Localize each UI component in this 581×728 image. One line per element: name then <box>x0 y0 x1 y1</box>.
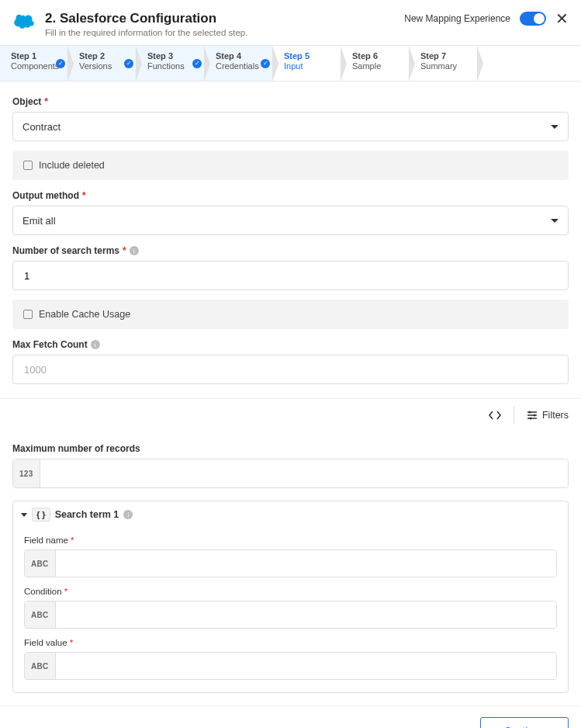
condition-input[interactable] <box>56 601 556 628</box>
max-records-input-wrapper: 123 <box>12 459 569 488</box>
step-name: Summary <box>420 61 472 71</box>
check-icon: ✓ <box>56 59 65 68</box>
toggle-label: New Mapping Experience <box>404 13 510 24</box>
close-icon[interactable]: ✕ <box>555 11 569 26</box>
info-icon[interactable]: i <box>130 246 139 255</box>
text-type-badge: ABC <box>25 550 56 577</box>
step-label: Step 5 <box>284 51 335 61</box>
info-icon[interactable]: i <box>91 340 100 349</box>
continue-button[interactable]: Continue <box>480 717 569 728</box>
step-label: Step 1 <box>11 51 62 61</box>
step-sample[interactable]: Step 6 Sample <box>341 46 410 81</box>
output-method-select[interactable]: Emit all <box>12 206 569 235</box>
max-fetch-input[interactable] <box>22 363 559 376</box>
step-credentials[interactable]: Step 4 Credentials ✓ <box>205 46 273 81</box>
step-name: Functions <box>147 61 199 71</box>
object-select-value: Contract <box>22 121 61 133</box>
filters-button[interactable]: Filters <box>527 410 569 421</box>
step-summary[interactable]: Step 7 Summary <box>410 46 478 81</box>
include-deleted-label: Include deleted <box>39 160 105 171</box>
max-fetch-input-wrapper <box>12 355 569 384</box>
check-icon: ✓ <box>192 59 202 68</box>
stepper: Step 1 Components ✓ Step 2 Versions ✓ St… <box>0 46 581 81</box>
include-deleted-row[interactable]: Include deleted <box>12 151 569 180</box>
search-term-header[interactable]: { } Search term 1 i <box>13 501 568 528</box>
svg-point-2 <box>529 418 531 420</box>
info-icon[interactable]: i <box>123 510 133 519</box>
braces-icon: { } <box>32 508 50 522</box>
svg-point-1 <box>533 414 535 417</box>
step-versions[interactable]: Step 2 Versions ✓ <box>68 46 137 81</box>
max-records-label: Maximum number of records <box>12 443 140 454</box>
text-type-badge: ABC <box>25 601 56 628</box>
output-method-label: Output method* <box>12 190 86 201</box>
output-method-value: Emit all <box>22 215 56 227</box>
max-fetch-label: Max Fetch Count i <box>12 339 100 350</box>
dialog-footer: Continue <box>0 705 581 728</box>
enable-cache-label: Enable Cache Usage <box>39 309 130 320</box>
condition-label: Condition * <box>24 587 557 596</box>
step-name: Input <box>284 61 335 71</box>
svg-point-0 <box>528 411 531 414</box>
field-name-input-wrapper: ABC <box>24 549 557 577</box>
chevron-down-icon <box>551 125 559 129</box>
mapping-experience-toggle[interactable] <box>520 12 546 26</box>
object-label: Object* <box>12 96 48 107</box>
object-select[interactable]: Contract <box>12 112 569 141</box>
step-components[interactable]: Step 1 Components ✓ <box>0 46 68 81</box>
page-subtitle: Fill in the required information for the… <box>45 28 404 37</box>
enable-cache-row[interactable]: Enable Cache Usage <box>12 300 569 329</box>
tools-row: Filters <box>0 398 581 432</box>
step-functions[interactable]: Step 3 Functions ✓ <box>137 46 205 81</box>
chevron-down-icon <box>551 219 559 223</box>
step-label: Step 4 <box>216 51 267 61</box>
step-name: Components <box>11 61 62 71</box>
check-icon: ✓ <box>124 59 133 68</box>
page-title: 2. Salesforce Configuration <box>45 11 404 26</box>
number-type-badge: 123 <box>13 459 40 487</box>
enable-cache-checkbox[interactable] <box>23 310 33 319</box>
step-name: Versions <box>79 61 130 71</box>
step-label: Step 7 <box>420 51 472 61</box>
search-terms-input-wrapper <box>12 261 569 290</box>
search-terms-label: Number of search terms* i <box>12 245 139 256</box>
step-name: Credentials <box>216 61 267 71</box>
search-term-card: { } Search term 1 i Field name * ABC Con… <box>12 501 569 693</box>
text-type-badge: ABC <box>25 653 56 679</box>
field-name-input[interactable] <box>56 550 556 577</box>
check-icon: ✓ <box>261 59 270 68</box>
filters-label: Filters <box>542 410 569 421</box>
step-label: Step 6 <box>352 51 403 61</box>
code-view-button[interactable] <box>489 410 501 421</box>
step-input[interactable]: Step 5 Input <box>273 46 341 81</box>
field-value-label: Field value * <box>24 638 557 647</box>
field-name-label: Field name * <box>24 536 557 545</box>
field-value-input-wrapper: ABC <box>24 652 557 680</box>
include-deleted-checkbox[interactable] <box>23 161 33 170</box>
field-value-input[interactable] <box>56 653 556 679</box>
step-label: Step 3 <box>147 51 199 61</box>
search-terms-input[interactable] <box>22 269 559 283</box>
condition-input-wrapper: ABC <box>24 601 557 629</box>
search-term-title: Search term 1 <box>55 509 119 520</box>
dialog-header: 2. Salesforce Configuration Fill in the … <box>0 0 581 46</box>
collapse-icon[interactable] <box>21 513 27 517</box>
step-name: Sample <box>352 61 403 71</box>
max-records-input[interactable] <box>40 459 568 487</box>
salesforce-logo-icon <box>12 12 36 29</box>
step-label: Step 2 <box>79 51 130 61</box>
